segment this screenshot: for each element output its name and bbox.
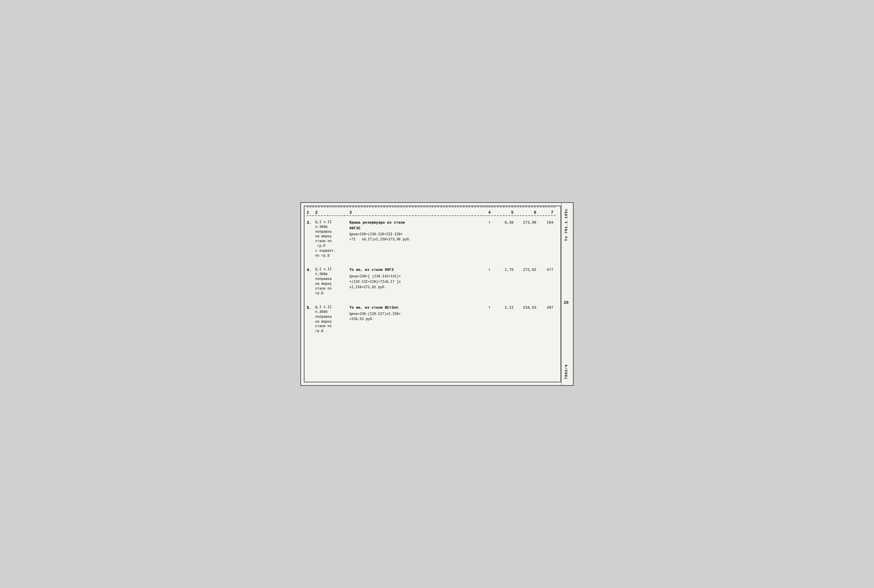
- top-dashes: [301, 203, 561, 207]
- desc-formula-5: Цена=238-(I20-II7)xI,I58==234,53 руб.: [349, 312, 482, 322]
- desc-main-5: То же, из стали ВСт3кп: [349, 305, 482, 310]
- side-labels: Тл 701.1.155с 20 7803/4: [562, 203, 571, 385]
- row-unit-3: т: [482, 220, 497, 225]
- col-header-4: 4: [482, 210, 497, 215]
- column-headers-row: 1 2 3 4 5 6 7: [301, 208, 561, 215]
- row-desc-3: Крыша резервуара из стали09Г2С Цена=238+…: [349, 220, 482, 242]
- table-row: 4. Ц.I ч.IIп.368впоправкана маркуотали п…: [307, 265, 556, 298]
- row-code-4: Ц.I ч.IIп.368впоправкана маркуотали погр…: [315, 267, 349, 296]
- row-qty-3: 0,38: [497, 220, 516, 225]
- col-header-3: 3: [349, 210, 482, 215]
- page-number: 20: [564, 300, 569, 305]
- row-total-4: 477: [538, 267, 556, 272]
- col-header-7: 7: [538, 210, 556, 215]
- row-number-4: 4.: [307, 267, 315, 272]
- row-price-3: 273,98: [516, 220, 538, 225]
- top-side-label: Тл 701.1.155с: [564, 208, 568, 241]
- row-unit-5: т: [482, 305, 497, 310]
- desc-formula-4: Цена=238+[ (I36-I42+I4I)++(I28-I3I+I20)+…: [349, 274, 482, 290]
- row-desc-4: То же, из стали 09Г2 Цена=238+[ (I36-I42…: [349, 267, 482, 290]
- document-page: Тл 701.1.155с 20 7803/4 1 2 3 4 5 6 7 3.: [300, 202, 574, 386]
- table-body: 3. Ц.I ч.IIп.368впоправкана маркустали п…: [301, 216, 561, 336]
- row-total-3: I04: [538, 220, 556, 225]
- row-code-5: Ц.I ч.IIп.368бпоправкана маркустали погр…: [315, 305, 349, 334]
- desc-main-3: Крыша резервуара из стали09Г2С: [349, 220, 482, 231]
- desc-formula-3: Цена=238+(I36-I28+I3I-I20++7I x0,I7)xI,I…: [349, 232, 482, 242]
- table-row: 5. Ц.I ч.IIп.368бпоправкана маркустали п…: [307, 303, 556, 336]
- row-unit-4: т: [482, 267, 497, 272]
- row-desc-5: То же, из стали ВСт3кп Цена=238-(I20-II7…: [349, 305, 482, 322]
- row-qty-5: 2,I2: [497, 305, 516, 310]
- row-code-3: Ц.I ч.IIп.368впоправкана маркустали по г…: [315, 220, 349, 258]
- col-header-1: 1: [307, 210, 315, 215]
- row-price-5: 234,53: [516, 305, 538, 310]
- row-number-3: 3.: [307, 220, 315, 225]
- bottom-side-label: 7803/4: [564, 364, 568, 380]
- row-price-4: 272,82: [516, 267, 538, 272]
- col-header-6: 6: [516, 210, 538, 215]
- row-qty-4: I,75: [497, 267, 516, 272]
- col-header-2: 2: [315, 210, 349, 215]
- desc-main-4: То же, из стали 09Г2: [349, 267, 482, 273]
- col-header-5: 5: [497, 210, 516, 215]
- table-row: 3. Ц.I ч.IIп.368впоправкана маркустали п…: [307, 216, 556, 260]
- row-number-5: 5.: [307, 305, 315, 310]
- content-area: 1 2 3 4 5 6 7 3. Ц.I ч.IIп.368впоправкан…: [301, 203, 562, 385]
- row-total-5: 497: [538, 305, 556, 310]
